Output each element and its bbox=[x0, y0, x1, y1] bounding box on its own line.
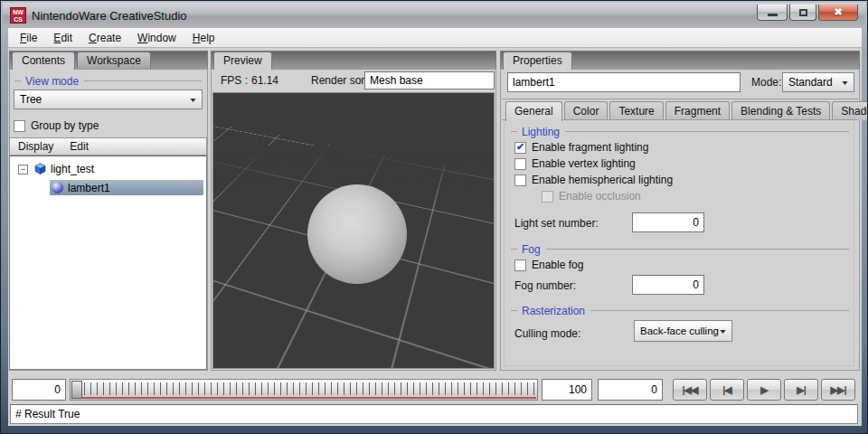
tab-shaders[interactable]: Shaders bbox=[832, 101, 868, 120]
maximize-icon bbox=[799, 9, 807, 16]
property-tabs: General Color Texture Fragment Blending … bbox=[505, 101, 868, 120]
chevron-down-icon: ▼ bbox=[188, 97, 197, 103]
step-forward-icon: ▶| bbox=[797, 384, 806, 396]
checkbox-enable-vertex-lighting[interactable]: Enable vertex lighting bbox=[514, 157, 636, 170]
menu-help[interactable]: Help bbox=[184, 29, 223, 47]
tab-properties[interactable]: Properties bbox=[503, 52, 572, 70]
checkbox-enable-hemispherical-lighting[interactable]: Enable hemispherical lighting bbox=[514, 174, 673, 186]
culling-mode-select[interactable]: Back-face culling ▼ bbox=[634, 320, 732, 342]
tree-expander[interactable]: − bbox=[18, 165, 28, 175]
tree-item-light-test[interactable]: light_test bbox=[51, 163, 94, 175]
tree-item-lambert1[interactable]: lambert1 bbox=[50, 180, 203, 195]
application-window: NW CS NintendoWare CreativeStudio ✖ File… bbox=[0, 0, 868, 434]
viewport-3d[interactable] bbox=[212, 92, 495, 369]
app-logo-line1: NW bbox=[11, 9, 25, 16]
fog-group-label: Fog bbox=[511, 243, 849, 255]
timeline-slider[interactable] bbox=[70, 379, 538, 401]
slider-thumb[interactable] bbox=[71, 381, 82, 399]
minimize-icon bbox=[768, 14, 778, 16]
group-dash bbox=[511, 249, 517, 250]
app-logo-line2: CS bbox=[11, 16, 25, 24]
maximize-button[interactable] bbox=[789, 5, 816, 21]
checkbox-enable-fragment-lighting[interactable]: ✔ Enable fragment lighting bbox=[514, 141, 648, 154]
tree-toolbar: Display Edit bbox=[9, 137, 207, 156]
culling-mode-label: Culling mode: bbox=[514, 327, 580, 340]
play-icon: ▶ bbox=[760, 384, 767, 396]
toolbar-edit[interactable]: Edit bbox=[61, 138, 97, 155]
timeline-current-input[interactable]: 0 bbox=[598, 379, 663, 401]
contents-tabstrip: Contents Workspace bbox=[9, 51, 208, 69]
tab-blending-tests[interactable]: Blending & Tests bbox=[731, 101, 830, 120]
tab-fragment[interactable]: Fragment bbox=[665, 101, 730, 120]
preview-panel: Preview FPS : 61.14 Render sort: Mesh ba… bbox=[211, 51, 496, 371]
title-bar[interactable]: NW CS NintendoWare CreativeStudio ✖ bbox=[3, 3, 865, 28]
checkbox-enable-occlusion: Enable occlusion bbox=[542, 190, 641, 203]
tab-texture[interactable]: Texture bbox=[609, 101, 663, 120]
menu-file[interactable]: File bbox=[12, 29, 45, 47]
separator bbox=[502, 99, 858, 99]
light-set-number-input[interactable]: 0 bbox=[632, 212, 704, 232]
checkbox-box: ✔ bbox=[514, 142, 526, 154]
jump-to-start-icon: |◀◀ bbox=[683, 384, 698, 396]
properties-tabstrip: Properties bbox=[500, 51, 860, 69]
jump-to-start-button[interactable]: |◀◀ bbox=[673, 379, 707, 401]
group-line bbox=[590, 310, 849, 311]
tab-preview[interactable]: Preview bbox=[213, 52, 272, 70]
render-sort-field[interactable]: Mesh base bbox=[364, 71, 495, 90]
group-line bbox=[565, 131, 849, 132]
app-logo-icon: NW CS bbox=[10, 7, 26, 24]
status-bar: # Result True bbox=[10, 404, 858, 424]
jump-to-end-button[interactable]: ▶▶| bbox=[821, 379, 855, 401]
chevron-down-icon: ▼ bbox=[840, 80, 849, 86]
mode-select[interactable]: Standard ▼ bbox=[782, 72, 854, 92]
scene-tree: − light_test lambert1 bbox=[9, 156, 207, 370]
fog-number-input[interactable]: 0 bbox=[632, 275, 704, 295]
tab-color[interactable]: Color bbox=[564, 101, 609, 120]
group-dash bbox=[14, 80, 21, 81]
menu-window[interactable]: Window bbox=[129, 29, 184, 47]
chevron-down-icon: ▼ bbox=[718, 328, 727, 335]
menu-create[interactable]: Create bbox=[80, 29, 129, 47]
material-sphere-icon bbox=[52, 182, 63, 193]
toolbar-display[interactable]: Display bbox=[10, 138, 61, 155]
checkbox-box bbox=[14, 120, 25, 132]
tab-general[interactable]: General bbox=[505, 101, 562, 121]
fps-value: 61.14 bbox=[251, 74, 278, 87]
menu-edit[interactable]: Edit bbox=[45, 29, 80, 47]
checkbox-box bbox=[514, 158, 526, 170]
contents-panel: Contents Workspace View mode Tree ▼ Grou… bbox=[9, 51, 208, 371]
view-mode-select[interactable]: Tree ▼ bbox=[14, 90, 203, 109]
cube-icon bbox=[33, 162, 47, 175]
client-area: Contents Workspace View mode Tree ▼ Grou… bbox=[8, 48, 862, 426]
checkbox-box bbox=[542, 191, 553, 203]
menu-bar: File Edit Create Window Help bbox=[8, 28, 862, 48]
checkbox-box bbox=[514, 259, 526, 271]
close-icon: ✖ bbox=[834, 6, 842, 18]
material-name-input[interactable]: lambert1 bbox=[507, 72, 741, 92]
mode-label: Mode: bbox=[751, 76, 781, 89]
group-line bbox=[546, 249, 849, 250]
slider-ticks bbox=[84, 382, 534, 395]
step-backward-icon: |◀ bbox=[722, 384, 731, 396]
checkbox-enable-fog[interactable]: Enable fog bbox=[514, 259, 583, 271]
group-dash bbox=[511, 131, 517, 132]
window-controls: ✖ bbox=[757, 5, 858, 21]
tab-workspace[interactable]: Workspace bbox=[77, 52, 151, 69]
step-backward-button[interactable]: |◀ bbox=[710, 379, 744, 401]
close-button[interactable]: ✖ bbox=[818, 5, 858, 21]
play-button[interactable]: ▶ bbox=[747, 379, 781, 401]
preview-sphere bbox=[307, 184, 407, 284]
step-forward-button[interactable]: ▶| bbox=[784, 379, 818, 401]
properties-panel: Properties lambert1 Mode: Standard ▼ Gen… bbox=[500, 51, 860, 371]
checkbox-box bbox=[514, 175, 526, 186]
group-line bbox=[84, 80, 202, 81]
timeline-end-input[interactable]: 100 bbox=[542, 379, 592, 401]
preview-tabstrip: Preview bbox=[211, 51, 496, 69]
group-by-type-checkbox[interactable]: Group by type bbox=[14, 119, 99, 132]
rasterization-group-label: Rasterization bbox=[511, 305, 849, 316]
status-text: # Result True bbox=[15, 408, 80, 420]
timeline-start-input[interactable]: 0 bbox=[12, 379, 66, 401]
minimize-button[interactable] bbox=[757, 5, 788, 21]
tab-contents[interactable]: Contents bbox=[12, 52, 75, 70]
group-dash bbox=[511, 310, 517, 311]
